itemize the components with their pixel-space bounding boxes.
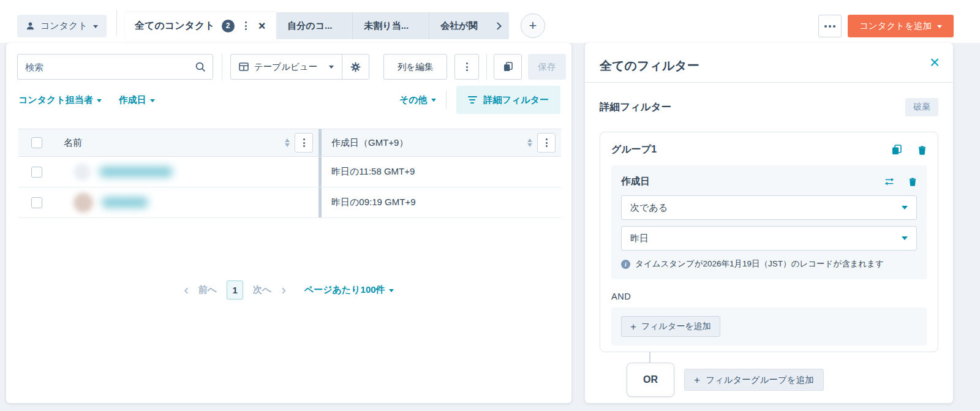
quick-filters: コンタクト担当者 作成日 — [18, 94, 155, 106]
row-checkbox[interactable] — [31, 197, 42, 208]
delete-group-icon[interactable] — [918, 145, 927, 155]
value-value: 昨日 — [630, 233, 649, 244]
tab-kebab-icon[interactable] — [241, 19, 251, 32]
contact-name-link-redacted[interactable] — [102, 197, 148, 208]
group-title: グループ1 — [611, 143, 657, 156]
chevron-right-icon — [494, 22, 502, 30]
advanced-filters-button[interactable]: 詳細フィルター — [456, 86, 560, 114]
ellipsis-icon — [824, 25, 827, 28]
kebab-icon — [542, 136, 551, 149]
swap-property-icon[interactable] — [884, 177, 895, 186]
filter-condition-box: 作成日 次である 昨日 i タイムスタン — [611, 165, 927, 279]
table-view-icon — [239, 62, 249, 72]
next-page-button[interactable]: 次へ — [253, 284, 271, 296]
prev-page-button[interactable]: 前へ — [198, 284, 217, 296]
table-row[interactable]: 昨日の09:19 GMT+9 — [18, 187, 561, 218]
condition-field-label: 作成日 — [621, 175, 650, 188]
select-all-checkbox[interactable] — [31, 137, 42, 148]
value-select[interactable]: 昨日 — [621, 226, 917, 251]
avatar — [74, 193, 93, 213]
copy-icon — [503, 62, 513, 72]
filter-icon — [468, 96, 477, 104]
tab-unassigned[interactable]: 未割り当... — [353, 12, 429, 39]
clone-view-button[interactable] — [494, 54, 522, 80]
per-page-label: ページあたり100件 — [304, 284, 385, 296]
add-view-button[interactable]: + — [521, 13, 545, 38]
per-page-dropdown[interactable]: ページあたり100件 — [304, 284, 394, 296]
chevron-right-icon[interactable]: › — [281, 284, 285, 297]
more-actions-button[interactable] — [818, 15, 842, 37]
quick-filters-right: その他 詳細フィルター — [399, 86, 560, 114]
view-selector-label: テーブルビュー — [254, 61, 317, 73]
add-filter-button[interactable]: + フィルターを追加 — [621, 316, 720, 337]
delete-condition-icon[interactable] — [908, 177, 917, 186]
filter-more-label: その他 — [399, 94, 428, 106]
tabs-scroll-right-button[interactable] — [486, 12, 509, 39]
caret-down-icon — [937, 25, 942, 31]
view-tabs: 全てのコンタクト 2 × 自分のコ... 未割り当... 会社が関 — [125, 12, 509, 39]
object-switcher-button[interactable]: コンタクト — [17, 15, 107, 37]
avatar — [74, 164, 91, 181]
caret-down-icon — [329, 66, 334, 71]
toolbar-divider — [222, 54, 222, 80]
edit-columns-button[interactable]: 列を編集 — [383, 54, 447, 80]
panel-header-divider — [585, 82, 953, 83]
column-header-name: 名前 — [64, 137, 82, 149]
pagination: ‹ 前へ 1 次へ › ページあたり100件 — [6, 281, 571, 300]
tab-label: 会社が関 — [440, 20, 477, 32]
column-menu-button[interactable] — [295, 133, 313, 153]
gear-icon — [350, 62, 361, 72]
tab-label: 未割り当... — [364, 20, 409, 32]
caret-down-icon — [97, 99, 102, 105]
tab-company-associated[interactable]: 会社が関 — [429, 12, 486, 39]
filter-more-dropdown[interactable]: その他 — [399, 94, 436, 106]
object-switcher-label: コンタクト — [40, 20, 88, 32]
panel-title: 全てのフィルター — [600, 58, 699, 74]
discard-button[interactable]: 破棄 — [905, 98, 938, 116]
close-panel-icon[interactable]: × — [930, 54, 940, 71]
caret-down-icon — [902, 236, 908, 243]
advanced-filters-heading: 詳細フィルター — [600, 100, 671, 114]
contacts-table: 名前 作成日（GMT+9） — [18, 129, 561, 218]
contacts-panel: テーブルビュー 列を編集 保存 コンタクト担当者 作成日 — [6, 43, 571, 403]
kebab-icon — [462, 60, 472, 74]
duplicate-group-icon[interactable] — [892, 145, 902, 155]
chevron-left-icon[interactable]: ‹ — [184, 284, 188, 297]
filter-create-date-dropdown[interactable]: 作成日 — [119, 94, 155, 106]
create-date-cell: 昨日の09:19 GMT+9 — [322, 187, 561, 217]
all-filters-panel: 全てのフィルター × 詳細フィルター 破棄 グループ1 作成日 — [585, 43, 953, 403]
add-filter-group-button[interactable]: + フィルターグループを追加 — [684, 369, 824, 391]
column-menu-button[interactable] — [537, 133, 556, 153]
top-bar: コンタクト 全てのコンタクト 2 × 自分のコ... 未割り当... 会社が関 … — [0, 0, 980, 43]
toolbar-kebab-button[interactable] — [454, 54, 479, 80]
advanced-filters-label: 詳細フィルター — [484, 94, 549, 106]
filter-owner-dropdown[interactable]: コンタクト担当者 — [18, 94, 102, 106]
operator-value: 次である — [630, 202, 668, 214]
filters-divider — [446, 91, 447, 109]
create-date-cell: 昨日の11:58 GMT+9 — [322, 157, 561, 187]
view-selector-group: テーブルビュー — [230, 54, 369, 80]
and-filter-box: + フィルターを追加 — [611, 307, 927, 345]
view-selector-button[interactable]: テーブルビュー — [231, 55, 342, 79]
and-label: AND — [611, 292, 927, 301]
save-view-button[interactable]: 保存 — [528, 54, 566, 80]
or-label-box: OR — [627, 363, 674, 397]
tab-all-contacts[interactable]: 全てのコンタクト 2 × — [125, 12, 276, 39]
operator-select[interactable]: 次である — [621, 195, 917, 220]
tab-my-contacts[interactable]: 自分のコ... — [276, 12, 353, 39]
contact-name-link-redacted[interactable] — [99, 167, 173, 177]
search-input[interactable] — [17, 54, 213, 80]
sort-icon[interactable] — [527, 136, 532, 149]
view-settings-button[interactable] — [342, 55, 369, 79]
add-contact-button[interactable]: コンタクトを追加 — [848, 15, 954, 37]
caret-down-icon — [150, 99, 155, 105]
tab-close-icon[interactable]: × — [257, 20, 267, 32]
row-checkbox[interactable] — [31, 167, 42, 178]
topbar-divider — [116, 10, 117, 36]
current-page-button[interactable]: 1 — [227, 281, 243, 300]
add-filter-group-label: フィルターグループを追加 — [706, 374, 814, 386]
sort-icon[interactable] — [285, 136, 290, 149]
or-label: OR — [643, 374, 658, 385]
table-row[interactable]: 昨日の11:58 GMT+9 — [18, 157, 561, 187]
plus-icon: + — [694, 375, 700, 385]
